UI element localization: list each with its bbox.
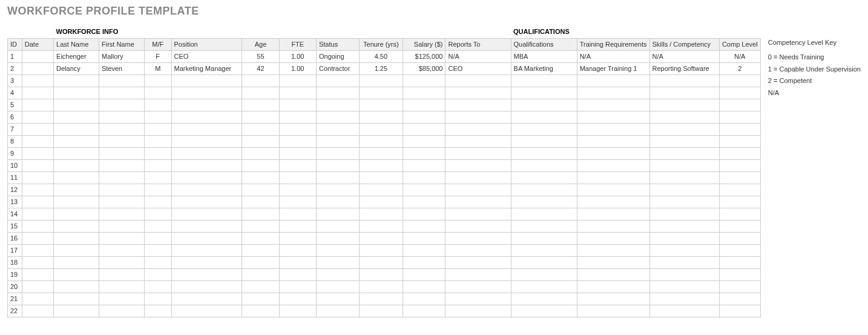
- cell-skill[interactable]: [649, 123, 719, 135]
- cell-skill[interactable]: [649, 135, 719, 147]
- cell-id[interactable]: 1: [8, 50, 22, 62]
- cell-fte[interactable]: [279, 293, 316, 305]
- cell-skill[interactable]: [649, 184, 719, 196]
- cell-age[interactable]: [242, 123, 279, 135]
- cell-age[interactable]: 55: [242, 50, 279, 62]
- cell-comp[interactable]: [719, 135, 760, 147]
- cell-ten[interactable]: [360, 280, 403, 293]
- cell-pos[interactable]: [171, 171, 242, 184]
- cell-comp[interactable]: [719, 87, 760, 99]
- cell-train[interactable]: [577, 147, 649, 159]
- cell-last[interactable]: Delancy: [54, 62, 99, 75]
- cell-date[interactable]: [22, 220, 53, 232]
- cell-last[interactable]: [54, 135, 99, 147]
- cell-id[interactable]: 19: [8, 268, 22, 280]
- cell-skill[interactable]: [649, 305, 719, 317]
- cell-first[interactable]: [99, 171, 144, 184]
- cell-pos[interactable]: [171, 244, 242, 256]
- cell-qual[interactable]: [511, 268, 577, 280]
- cell-train[interactable]: [577, 196, 649, 208]
- cell-comp[interactable]: [719, 293, 760, 305]
- cell-age[interactable]: [242, 75, 279, 87]
- cell-qual[interactable]: [511, 220, 577, 232]
- cell-mf[interactable]: [144, 123, 171, 135]
- cell-train[interactable]: [577, 244, 649, 256]
- cell-train[interactable]: [577, 268, 649, 280]
- cell-sal[interactable]: [403, 171, 446, 184]
- cell-age[interactable]: [242, 147, 279, 159]
- cell-ten[interactable]: [360, 135, 403, 147]
- cell-rep[interactable]: [446, 123, 511, 135]
- cell-first[interactable]: [99, 256, 144, 268]
- cell-id[interactable]: 3: [8, 75, 22, 87]
- cell-mf[interactable]: [144, 135, 171, 147]
- cell-stat[interactable]: [316, 196, 359, 208]
- cell-age[interactable]: [242, 220, 279, 232]
- cell-rep[interactable]: [446, 305, 511, 317]
- cell-qual[interactable]: MBA: [511, 50, 577, 62]
- table-row[interactable]: 21: [8, 293, 761, 305]
- cell-qual[interactable]: [511, 159, 577, 171]
- cell-fte[interactable]: [279, 256, 316, 268]
- cell-mf[interactable]: [144, 111, 171, 123]
- cell-train[interactable]: [577, 171, 649, 184]
- table-row[interactable]: 6: [8, 111, 761, 123]
- cell-comp[interactable]: [719, 305, 760, 317]
- cell-train[interactable]: [577, 280, 649, 293]
- table-row[interactable]: 12: [8, 184, 761, 196]
- cell-ten[interactable]: [360, 220, 403, 232]
- cell-skill[interactable]: N/A: [649, 50, 719, 62]
- cell-mf[interactable]: [144, 244, 171, 256]
- table-row[interactable]: 18: [8, 256, 761, 268]
- cell-sal[interactable]: [403, 220, 446, 232]
- table-row[interactable]: 7: [8, 123, 761, 135]
- table-row[interactable]: 3: [8, 75, 761, 87]
- cell-rep[interactable]: [446, 293, 511, 305]
- cell-ten[interactable]: [360, 171, 403, 184]
- cell-last[interactable]: [54, 99, 99, 111]
- cell-date[interactable]: [22, 159, 53, 171]
- cell-skill[interactable]: [649, 159, 719, 171]
- cell-date[interactable]: [22, 280, 53, 293]
- cell-train[interactable]: [577, 135, 649, 147]
- cell-last[interactable]: [54, 147, 99, 159]
- cell-stat[interactable]: [316, 220, 359, 232]
- cell-qual[interactable]: [511, 75, 577, 87]
- table-row[interactable]: 5: [8, 99, 761, 111]
- cell-rep[interactable]: [446, 171, 511, 184]
- cell-skill[interactable]: [649, 196, 719, 208]
- cell-first[interactable]: [99, 293, 144, 305]
- cell-mf[interactable]: [144, 99, 171, 111]
- cell-sal[interactable]: [403, 147, 446, 159]
- cell-stat[interactable]: [316, 305, 359, 317]
- cell-last[interactable]: [54, 280, 99, 293]
- cell-first[interactable]: [99, 123, 144, 135]
- cell-stat[interactable]: [316, 244, 359, 256]
- cell-date[interactable]: [22, 135, 53, 147]
- cell-rep[interactable]: [446, 232, 511, 244]
- cell-mf[interactable]: [144, 280, 171, 293]
- cell-last[interactable]: [54, 293, 99, 305]
- cell-ten[interactable]: [360, 159, 403, 171]
- cell-last[interactable]: [54, 244, 99, 256]
- cell-stat[interactable]: [316, 171, 359, 184]
- cell-last[interactable]: [54, 123, 99, 135]
- cell-skill[interactable]: Reporting Software: [649, 62, 719, 75]
- cell-rep[interactable]: [446, 280, 511, 293]
- cell-qual[interactable]: [511, 256, 577, 268]
- cell-id[interactable]: 21: [8, 293, 22, 305]
- cell-stat[interactable]: [316, 123, 359, 135]
- cell-last[interactable]: [54, 111, 99, 123]
- cell-comp[interactable]: [719, 123, 760, 135]
- cell-rep[interactable]: N/A: [446, 50, 511, 62]
- cell-id[interactable]: 4: [8, 87, 22, 99]
- cell-comp[interactable]: [719, 268, 760, 280]
- cell-fte[interactable]: [279, 232, 316, 244]
- cell-sal[interactable]: [403, 111, 446, 123]
- cell-pos[interactable]: [171, 123, 242, 135]
- cell-train[interactable]: [577, 256, 649, 268]
- cell-mf[interactable]: [144, 87, 171, 99]
- cell-first[interactable]: [99, 159, 144, 171]
- cell-first[interactable]: [99, 220, 144, 232]
- cell-sal[interactable]: [403, 135, 446, 147]
